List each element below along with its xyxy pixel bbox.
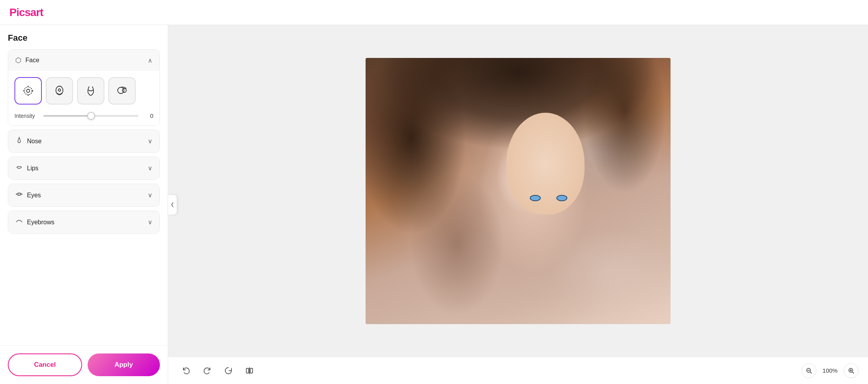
svg-point-0 [24,87,32,95]
eyebrows-chevron-down-icon: ∨ [148,218,152,226]
image-container [168,25,868,357]
accordion-eyebrows-header[interactable]: Eyebrows ∨ [8,211,160,233]
face-option-morph[interactable] [108,77,136,105]
accordion-lips-header[interactable]: Lips ∨ [8,157,160,179]
accordion-eyebrows-label: Eyebrows [27,219,54,226]
accordion-face-body: Intensity 0 [8,71,160,125]
collapse-sidebar-button[interactable] [168,195,177,215]
sidebar-footer: Cancel Apply [0,345,168,384]
accordion-eyebrows-title: Eyebrows [15,217,54,227]
slider-fill [43,115,91,117]
intensity-slider[interactable] [43,115,138,117]
lips-chevron-down-icon: ∨ [148,164,152,172]
intensity-row: Intensity 0 [14,112,153,119]
accordion-eyes-header[interactable]: Eyes ∨ [8,184,160,206]
toolbar-right: 100% [802,363,859,378]
header: Picsart [0,0,868,25]
lips-section-icon [15,163,23,173]
canvas-toolbar: 100% [168,357,868,384]
svg-point-8 [118,87,124,94]
accordion-face-label: Face [25,57,39,64]
eyebrows-section-icon [15,217,23,227]
slider-thumb[interactable] [87,112,95,120]
svg-rect-13 [250,368,253,373]
accordion-eyes: Eyes ∨ [8,184,160,207]
accordion-lips-title: Lips [15,163,38,173]
accordion-nose-label: Nose [27,138,41,145]
cancel-button[interactable]: Cancel [8,353,82,376]
main-layout: Face ⬡ Face ∧ [0,25,868,384]
svg-point-7 [58,89,61,91]
accordion-face-title: ⬡ Face [15,56,39,65]
logo: Picsart [9,6,43,19]
svg-point-1 [27,89,30,92]
compare-button[interactable] [241,362,258,379]
accordion-lips: Lips ∨ [8,157,160,180]
accordion-face-header[interactable]: ⬡ Face ∧ [8,50,160,71]
accordion-nose: Nose ∨ [8,130,160,153]
photo-background [366,58,671,324]
accordion-nose-header[interactable]: Nose ∨ [8,130,160,152]
toolbar-left [178,362,258,379]
face-option-slim[interactable] [77,77,104,105]
intensity-value: 0 [144,112,153,119]
svg-rect-12 [246,368,249,373]
nose-chevron-down-icon: ∨ [148,137,152,145]
chevron-up-icon: ∧ [148,57,152,64]
sidebar: Face ⬡ Face ∧ [0,25,168,384]
face-option-contour[interactable] [46,77,73,105]
svg-line-16 [810,372,812,373]
page-title: Face [8,33,160,43]
photo-eye-right [556,195,567,201]
zoom-level: 100% [820,367,840,374]
apply-button[interactable]: Apply [88,353,160,376]
face-option-shape[interactable] [14,77,42,105]
redo-button[interactable] [199,362,216,379]
accordion-eyes-label: Eyes [27,192,41,199]
face-section-icon: ⬡ [15,56,22,65]
svg-point-10 [18,193,20,195]
zoom-in-button[interactable] [844,363,859,378]
undo-button[interactable] [178,362,195,379]
eyes-chevron-down-icon: ∨ [148,191,152,199]
face-options [14,77,153,105]
photo-frame [366,58,671,324]
nose-section-icon [15,136,23,146]
intensity-label: Intensity [14,113,38,119]
accordion-face: ⬡ Face ∧ [8,49,160,126]
photo-face [506,113,585,215]
eyes-section-icon [15,190,23,200]
accordion-nose-title: Nose [15,136,41,146]
accordion-lips-label: Lips [27,165,38,172]
sidebar-content: Face ⬡ Face ∧ [0,25,168,345]
canvas-area: 100% [168,25,868,384]
accordion-eyes-title: Eyes [15,190,41,200]
svg-point-9 [122,88,126,92]
photo-eyes [530,195,567,201]
svg-line-20 [852,372,854,373]
reset-button[interactable] [220,362,237,379]
zoom-out-button[interactable] [802,363,816,378]
accordion-eyebrows: Eyebrows ∨ [8,211,160,234]
photo-eye-left [530,195,541,201]
